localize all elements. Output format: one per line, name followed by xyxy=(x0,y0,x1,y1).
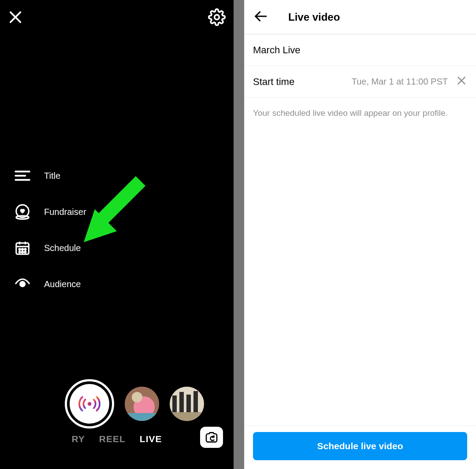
go-live-button[interactable] xyxy=(65,379,114,428)
option-audience[interactable]: Audience xyxy=(14,276,86,292)
panel-divider xyxy=(234,0,244,469)
svg-point-21 xyxy=(88,402,92,406)
svg-rect-29 xyxy=(186,395,191,413)
svg-marker-19 xyxy=(96,176,145,225)
effect-thumbnail-1[interactable] xyxy=(125,387,159,421)
schedule-live-panel: Live video March Live Start time Tue, Ma… xyxy=(244,0,476,469)
close-button[interactable] xyxy=(8,10,23,26)
option-schedule[interactable]: Schedule xyxy=(14,240,86,256)
option-title-label: Title xyxy=(44,171,60,181)
tab-reel[interactable]: REEL xyxy=(99,434,126,444)
start-time-label: Start time xyxy=(253,76,294,88)
svg-point-15 xyxy=(19,251,20,253)
svg-point-2 xyxy=(215,15,219,20)
page-title: Live video xyxy=(288,11,340,23)
camera-live-panel: Title Fundraiser Schedule Audience xyxy=(0,0,234,469)
svg-point-17 xyxy=(25,251,26,253)
switch-camera-button[interactable] xyxy=(200,427,223,448)
option-fundraiser-label: Fundraiser xyxy=(44,207,86,217)
option-audience-label: Audience xyxy=(44,279,81,289)
svg-point-12 xyxy=(19,249,20,250)
option-schedule-label: Schedule xyxy=(44,243,81,253)
settings-button[interactable] xyxy=(208,8,226,28)
start-time-value: Tue, Mar 1 at 11:00 PST xyxy=(352,77,448,87)
start-time-row[interactable]: Start time Tue, Mar 1 at 11:00 PST xyxy=(244,66,476,98)
back-button[interactable] xyxy=(253,9,268,26)
svg-point-24 xyxy=(132,392,142,403)
svg-rect-31 xyxy=(170,412,204,421)
svg-rect-25 xyxy=(125,413,159,421)
option-fundraiser[interactable]: Fundraiser xyxy=(14,203,86,220)
tab-live[interactable]: LIVE xyxy=(140,434,162,444)
live-title-value: March Live xyxy=(253,44,301,56)
schedule-live-video-button[interactable]: Schedule live video xyxy=(253,432,467,460)
clear-start-time-button[interactable] xyxy=(456,75,467,89)
svg-point-18 xyxy=(20,281,25,286)
svg-rect-28 xyxy=(179,392,184,413)
tab-story-partial[interactable]: RY xyxy=(71,434,85,444)
fundraiser-icon xyxy=(14,203,31,220)
svg-point-14 xyxy=(25,249,26,250)
svg-marker-20 xyxy=(84,209,117,242)
svg-point-13 xyxy=(22,249,23,250)
eye-icon xyxy=(14,276,31,292)
title-icon xyxy=(14,167,31,184)
effect-thumbnail-2[interactable] xyxy=(170,387,204,421)
broadcast-icon xyxy=(70,384,109,424)
svg-rect-27 xyxy=(172,395,177,413)
helper-text: Your scheduled live video will appear on… xyxy=(244,98,476,129)
calendar-icon xyxy=(14,240,31,256)
live-title-row[interactable]: March Live xyxy=(244,34,476,66)
option-title[interactable]: Title xyxy=(14,167,86,184)
svg-rect-30 xyxy=(193,391,198,413)
svg-point-16 xyxy=(22,251,23,253)
